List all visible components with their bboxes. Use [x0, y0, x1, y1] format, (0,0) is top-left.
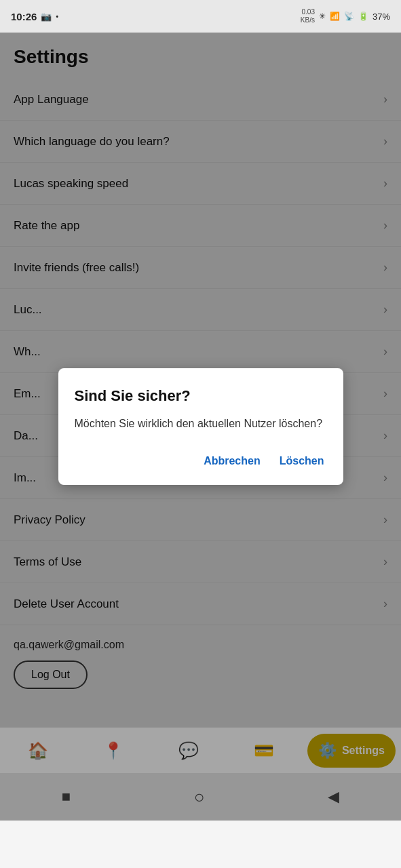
dialog-overlay: Sind Sie sicher? Möchten Sie wirklich de… [0, 33, 401, 821]
wifi-icon: 📡 [344, 12, 354, 21]
signal-icon: 📶 [330, 12, 340, 21]
dialog-cancel-button[interactable]: Abbrechen [201, 451, 263, 471]
main-content: Settings App Language › Which language d… [0, 33, 401, 821]
status-time: 10:26 📷 • [11, 11, 58, 22]
dialog-title: Sind Sie sicher? [75, 387, 327, 405]
bluetooth-icon: ✳ [319, 12, 326, 21]
battery-percent: 37% [373, 12, 390, 22]
dialog-message: Möchten Sie wirklich den aktuellen Nutze… [75, 416, 327, 432]
network-speed: 0.03 KB/s [301, 8, 315, 24]
status-icons: 0.03 KB/s ✳ 📶 📡 🔋 37% [301, 8, 390, 24]
dialog-delete-button[interactable]: Löschen [277, 451, 327, 471]
dot-indicator: • [56, 13, 58, 20]
camera-icon: 📷 [41, 12, 52, 22]
status-bar: 10:26 📷 • 0.03 KB/s ✳ 📶 📡 🔋 37% [0, 0, 401, 33]
time-text: 10:26 [11, 11, 37, 22]
dialog-box: Sind Sie sicher? Möchten Sie wirklich de… [58, 368, 343, 485]
dialog-buttons: Abbrechen Löschen [75, 451, 327, 471]
battery-icon: 🔋 [358, 12, 368, 21]
